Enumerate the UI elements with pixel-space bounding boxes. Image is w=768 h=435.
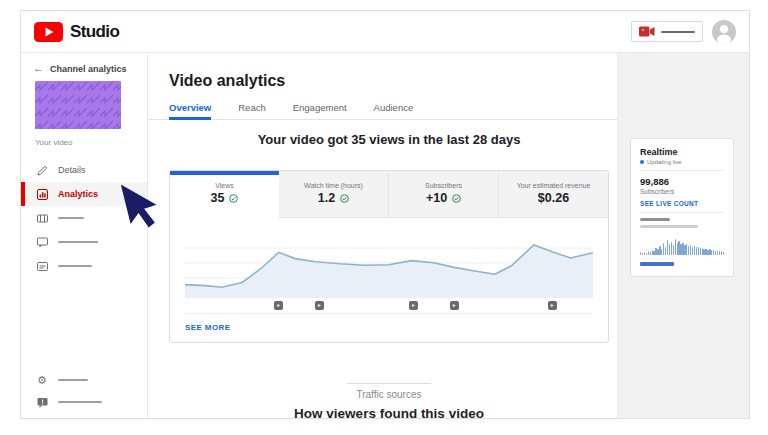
video-thumbnail[interactable] bbox=[35, 81, 121, 129]
tab-reach[interactable]: Reach bbox=[238, 99, 265, 120]
menu-label-placeholder bbox=[58, 241, 98, 244]
metric-label: Subscribers bbox=[389, 182, 498, 189]
brand-text: Studio bbox=[70, 22, 119, 42]
realtime-text-placeholder bbox=[640, 218, 670, 221]
gear-icon: ⚙ bbox=[36, 375, 48, 386]
sidebar: ← Channel analytics Your video bbox=[21, 53, 148, 419]
realtime-title: Realtime bbox=[640, 147, 724, 157]
live-dot-icon bbox=[640, 160, 644, 164]
tab-audience[interactable]: Audience bbox=[374, 99, 414, 120]
views-area-chart[interactable] bbox=[185, 241, 593, 298]
sidebar-item-label: Details bbox=[58, 165, 86, 175]
topbar: Studio bbox=[21, 11, 749, 53]
back-label: Channel analytics bbox=[50, 64, 127, 74]
key-metrics-card: Views 35 Watch time (hours) 1.2 bbox=[169, 170, 609, 343]
realtime-activity-bar bbox=[673, 245, 674, 254]
metric-label: Your estimated revenue bbox=[499, 182, 608, 189]
metric-tab-revenue[interactable]: Your estimated revenue $0.26 bbox=[498, 171, 608, 218]
area-chart-svg bbox=[185, 241, 593, 298]
main-content: Video analytics Overview Reach Engagemen… bbox=[148, 53, 617, 419]
divider bbox=[640, 170, 724, 171]
divider bbox=[640, 212, 724, 213]
metric-value: $0.26 bbox=[538, 191, 569, 205]
avatar[interactable] bbox=[712, 20, 736, 44]
create-button[interactable] bbox=[631, 21, 703, 42]
video-camera-icon bbox=[639, 26, 655, 37]
tab-engagement[interactable]: Engagement bbox=[293, 99, 347, 120]
pencil-icon bbox=[36, 165, 48, 176]
realtime-activity-bar bbox=[694, 246, 695, 255]
video-upload-marker[interactable]: ▸ bbox=[409, 301, 418, 310]
metric-value: +10 bbox=[426, 191, 447, 205]
metric-tabs: Views 35 Watch time (hours) 1.2 bbox=[170, 171, 608, 218]
realtime-activity-bar bbox=[644, 252, 645, 255]
realtime-link-placeholder[interactable] bbox=[640, 262, 674, 267]
analytics-icon bbox=[36, 189, 48, 200]
sidebar-item-settings[interactable]: ⚙ bbox=[21, 369, 147, 391]
sidebar-item-comments[interactable] bbox=[21, 230, 147, 254]
section-heading: How viewers found this video bbox=[169, 406, 609, 419]
menu-label-placeholder bbox=[58, 401, 102, 404]
menu-label-placeholder bbox=[58, 265, 92, 268]
realtime-activity-bar bbox=[721, 251, 722, 254]
page-title: Video analytics bbox=[169, 72, 285, 90]
video-marker-row: ▸▸▸▸▸ bbox=[185, 301, 593, 310]
editor-icon bbox=[36, 213, 48, 224]
realtime-activity-bar bbox=[723, 252, 724, 255]
updating-live-label: Updating live bbox=[647, 159, 682, 165]
menu-label-placeholder bbox=[58, 379, 88, 382]
realtime-card: Realtime Updating live 99,886 Subscriber… bbox=[630, 138, 734, 277]
realtime-activity-bar bbox=[650, 252, 651, 255]
realtime-activity-bar bbox=[698, 247, 699, 255]
video-upload-marker[interactable]: ▸ bbox=[274, 301, 283, 310]
verified-check-icon bbox=[340, 194, 349, 203]
youtube-studio-logo[interactable]: Studio bbox=[34, 22, 119, 42]
realtime-activity-bar bbox=[671, 242, 672, 255]
sidebar-item-feedback[interactable] bbox=[21, 391, 147, 413]
see-more-link[interactable]: SEE MORE bbox=[185, 323, 230, 332]
video-upload-marker[interactable]: ▸ bbox=[315, 301, 324, 310]
analytics-tabs: Overview Reach Engagement Audience bbox=[148, 99, 617, 120]
section-divider bbox=[347, 383, 431, 384]
realtime-activity-bar bbox=[696, 247, 697, 254]
menu-label-placeholder bbox=[58, 217, 84, 220]
traffic-sources-label: Traffic sources bbox=[169, 389, 609, 400]
tab-overview[interactable]: Overview bbox=[169, 99, 211, 120]
person-icon bbox=[712, 20, 736, 44]
subtitles-icon bbox=[36, 261, 48, 272]
sidebar-item-label: Analytics bbox=[58, 189, 98, 199]
metric-value: 35 bbox=[211, 191, 225, 205]
realtime-text-placeholder bbox=[640, 225, 698, 228]
create-button-label-placeholder bbox=[661, 31, 695, 33]
realtime-activity-bar bbox=[700, 248, 701, 254]
metric-tab-views[interactable]: Views 35 bbox=[170, 171, 279, 218]
sidebar-footer: ⚙ bbox=[21, 369, 147, 413]
verified-check-icon bbox=[229, 194, 238, 203]
verified-check-icon bbox=[452, 194, 461, 203]
realtime-activity-bar bbox=[719, 251, 720, 254]
realtime-activity-bar bbox=[648, 251, 649, 255]
video-upload-marker[interactable]: ▸ bbox=[450, 301, 459, 310]
realtime-activity-chart bbox=[640, 235, 724, 255]
right-rail: Realtime Updating live 99,886 Subscriber… bbox=[617, 53, 749, 419]
metric-label: Views bbox=[170, 182, 279, 189]
sidebar-item-subtitles[interactable] bbox=[21, 254, 147, 278]
metric-tab-subscribers[interactable]: Subscribers +10 bbox=[388, 171, 498, 218]
back-to-channel-analytics[interactable]: ← Channel analytics bbox=[33, 63, 147, 74]
realtime-activity-bar bbox=[675, 239, 676, 255]
topbar-right bbox=[631, 20, 736, 44]
sidebar-item-details[interactable]: Details bbox=[21, 158, 147, 182]
your-video-label: Your video bbox=[35, 138, 147, 147]
thumbnail-pattern bbox=[35, 81, 121, 129]
chart-axis-line bbox=[185, 313, 593, 314]
metric-value: 1.2 bbox=[318, 191, 335, 205]
updating-live-row: Updating live bbox=[640, 159, 724, 165]
views-headline: Your video got 35 views in the last 28 d… bbox=[169, 132, 609, 147]
metric-tab-watch-time[interactable]: Watch time (hours) 1.2 bbox=[279, 171, 388, 218]
realtime-activity-bar bbox=[646, 253, 647, 255]
back-arrow-icon: ← bbox=[33, 63, 44, 74]
youtube-logo-icon bbox=[34, 22, 63, 42]
realtime-activity-bar bbox=[669, 244, 670, 254]
see-live-count-link[interactable]: SEE LIVE COUNT bbox=[640, 200, 724, 207]
video-upload-marker[interactable]: ▸ bbox=[548, 301, 557, 310]
